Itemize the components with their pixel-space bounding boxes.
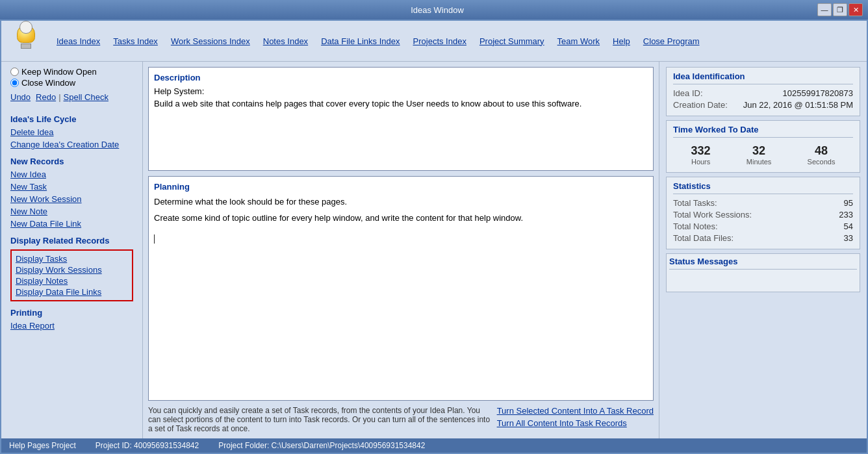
total-work-sessions-row: Total Work Sessions: 233 — [673, 210, 853, 220]
seconds-item: 48 Seconds — [808, 144, 836, 166]
display-work-sessions-link[interactable]: Display Work Sessions — [16, 264, 128, 275]
idea-id-value: 102559917820873 — [783, 88, 853, 98]
bulb-head — [19, 21, 32, 34]
planning-line2: Create some kind of topic outline for ev… — [154, 213, 648, 223]
restore-button[interactable]: ❐ — [833, 3, 847, 16]
planning-header: Planning — [154, 182, 648, 192]
footer: Help Pages Project Project ID: 400956931… — [1, 438, 867, 453]
redo-link[interactable]: Redo — [36, 92, 56, 103]
bottom-left-text: You can quickly and easily create a set … — [148, 406, 491, 433]
window-options: Keep Window Open Close Window — [10, 67, 133, 88]
nav-bar: Ideas Index Tasks Index Work Sessions In… — [1, 21, 867, 62]
footer-project-name: Help Pages Project — [9, 441, 76, 450]
change-creation-date-link[interactable]: Change Idea's Creation Date — [10, 139, 133, 150]
nav-data-file-links-index[interactable]: Data File Links Index — [314, 35, 406, 47]
hours-value: 332 — [691, 144, 711, 158]
idea-report-link[interactable]: Idea Report — [10, 320, 133, 331]
total-data-files-row: Total Data Files: 33 — [673, 233, 853, 243]
nav-work-sessions-index[interactable]: Work Sessions Index — [164, 35, 257, 47]
close-window-label: Close Window — [21, 78, 75, 88]
total-tasks-row: Total Tasks: 95 — [673, 198, 853, 208]
footer-project-id: Project ID: 400956931534842 — [96, 441, 199, 450]
turn-selected-link[interactable]: Turn Selected Content Into A Task Record — [497, 406, 654, 416]
new-note-link[interactable]: New Note — [10, 206, 133, 217]
middle-content: Description Help System: Build a web sit… — [143, 62, 659, 438]
title-bar-title: Ideas Window — [57, 5, 817, 15]
nav-project-summary[interactable]: Project Summary — [473, 35, 551, 47]
total-notes-row: Total Notes: 54 — [673, 221, 853, 231]
description-box[interactable]: Description Help System: Build a web sit… — [148, 67, 654, 171]
sidebar: Keep Window Open Close Window Undo Redo … — [1, 62, 143, 438]
title-bar-controls: — ❐ ✕ — [817, 3, 863, 16]
total-data-files-value: 33 — [844, 233, 853, 243]
minimize-button[interactable]: — — [817, 3, 832, 16]
creation-date-row: Creation Date: Jun 22, 2016 @ 01:51:58 P… — [673, 100, 853, 110]
display-data-file-links-link[interactable]: Display Data File Links — [16, 286, 128, 297]
total-notes-label: Total Notes: — [673, 221, 718, 231]
delete-idea-link[interactable]: Delete Idea — [10, 127, 133, 138]
description-title: Help System: — [154, 86, 648, 96]
idea-identification-title: Idea Identification — [673, 71, 853, 84]
nav-ideas-index[interactable]: Ideas Index — [50, 35, 107, 47]
minutes-label: Minutes — [747, 158, 772, 166]
nav-notes-index[interactable]: Notes Index — [257, 35, 314, 47]
right-panel: Idea Identification Idea ID: 10255991782… — [659, 62, 867, 438]
statistics-section: Statistics Total Tasks: 95 Total Work Se… — [666, 177, 860, 249]
new-work-session-link[interactable]: New Work Session — [10, 194, 133, 205]
idea-identification-section: Idea Identification Idea ID: 10255991782… — [666, 67, 860, 116]
display-notes-link[interactable]: Display Notes — [16, 275, 128, 286]
time-worked-section: Time Worked To Date 332 Hours 32 Minutes… — [666, 120, 860, 173]
total-work-sessions-label: Total Work Sessions: — [673, 210, 752, 220]
nav-logo — [8, 25, 44, 57]
new-records-label: New Records — [10, 157, 133, 166]
new-idea-link[interactable]: New Idea — [10, 169, 133, 180]
nav-tasks-index[interactable]: Tasks Index — [107, 35, 164, 47]
undo-redo-row: Undo Redo | Spell Check — [10, 92, 133, 103]
content-area: Keep Window Open Close Window Undo Redo … — [1, 62, 867, 438]
planning-cursor-area — [154, 233, 648, 244]
display-related-label: Display Related Records — [10, 236, 133, 246]
statistics-title: Statistics — [673, 181, 853, 194]
close-button[interactable]: ✕ — [849, 3, 863, 16]
undo-link[interactable]: Undo — [10, 92, 31, 103]
nav-team-work[interactable]: Team Work — [551, 35, 607, 47]
hours-item: 332 Hours — [691, 144, 711, 166]
footer-project-folder: Project Folder: C:\Users\Darren\Projects… — [218, 441, 425, 450]
close-window-radio[interactable]: Close Window — [10, 78, 133, 88]
main-window: Ideas Index Tasks Index Work Sessions In… — [0, 19, 868, 454]
idea-id-row: Idea ID: 102559917820873 — [673, 88, 853, 98]
total-data-files-label: Total Data Files: — [673, 233, 734, 243]
description-header: Description — [154, 73, 648, 82]
seconds-label: Seconds — [808, 158, 836, 166]
planning-line1: Determine what the look should be for th… — [154, 197, 648, 207]
display-related-box: Display Tasks Display Work Sessions Disp… — [10, 249, 133, 301]
spell-check-link[interactable]: Spell Check — [64, 92, 108, 103]
planning-box[interactable]: Planning Determine what the look should … — [148, 176, 654, 401]
minutes-item: 32 Minutes — [747, 144, 772, 166]
keep-window-open-label: Keep Window Open — [21, 67, 97, 77]
text-cursor — [154, 234, 155, 244]
display-tasks-link[interactable]: Display Tasks — [16, 253, 128, 264]
printing-label: Printing — [10, 308, 133, 318]
nav-projects-index[interactable]: Projects Index — [407, 35, 473, 47]
bulb-icon — [13, 25, 39, 57]
hours-label: Hours — [691, 158, 710, 166]
seconds-value: 48 — [815, 144, 828, 158]
status-messages-title: Status Messages — [669, 257, 857, 270]
turn-all-link[interactable]: Turn All Content Into Task Records — [497, 418, 654, 428]
idea-id-field-label: Idea ID: — [673, 88, 703, 98]
creation-date-label: Creation Date: — [673, 100, 728, 110]
nav-help[interactable]: Help — [606, 35, 637, 47]
creation-date-value: Jun 22, 2016 @ 01:51:58 PM — [743, 100, 853, 110]
time-worked-display: 332 Hours 32 Minutes 48 Seconds — [673, 142, 853, 168]
minutes-value: 32 — [752, 144, 765, 158]
nav-close-program[interactable]: Close Program — [637, 35, 706, 47]
bottom-right-links: Turn Selected Content Into A Task Record… — [497, 406, 654, 428]
new-task-link[interactable]: New Task — [10, 181, 133, 192]
new-data-file-link-link[interactable]: New Data File Link — [10, 218, 133, 229]
keep-window-open-radio[interactable]: Keep Window Open — [10, 67, 133, 77]
title-bar: Ideas Window — ❐ ✕ — [0, 0, 868, 19]
bulb-base — [21, 44, 31, 49]
time-worked-title: Time Worked To Date — [673, 125, 853, 138]
total-notes-value: 54 — [844, 221, 853, 231]
